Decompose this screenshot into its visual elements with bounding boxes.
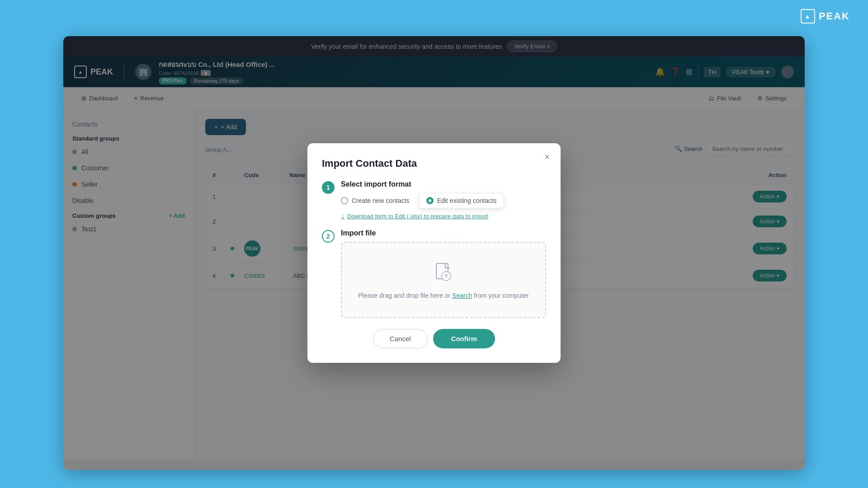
step1-row: 1 Select import format Create new contac… — [322, 180, 546, 220]
radio-edit-existing-tooltip[interactable]: Edit existing contacts — [419, 193, 505, 208]
file-drop-zone[interactable]: Please drag and drop file here or Search… — [341, 242, 546, 318]
peak-logo: ▲ PEAK — [801, 9, 850, 23]
step1-number: 1 — [322, 181, 335, 194]
confirm-button[interactable]: Confirm — [433, 329, 495, 348]
radio-create-new[interactable]: Create new contacts — [341, 197, 410, 204]
modal-close-button[interactable]: × — [541, 150, 553, 163]
step2-title: Import file — [341, 229, 546, 237]
step2-number: 2 — [322, 230, 335, 243]
app-container: Verify your email for enhanced security … — [63, 36, 805, 470]
top-bar: ▲ PEAK — [0, 0, 868, 33]
peak-logo-icon: ▲ — [801, 9, 815, 23]
step1-title: Select import format — [341, 180, 546, 188]
peak-logo-text: PEAK — [819, 10, 850, 22]
download-form-link[interactable]: ↓ Download form to Edit (.xlsx) to prepa… — [341, 212, 546, 220]
radio-circle-edit — [426, 197, 434, 204]
file-upload-icon — [351, 261, 536, 286]
modal-title: Import Contact Data — [322, 158, 546, 169]
import-contact-modal: × Import Contact Data 1 Select import fo… — [307, 143, 561, 363]
step1-content: Select import format Create new contacts… — [341, 180, 546, 220]
step2-row: 2 Import file Plea — [322, 229, 546, 318]
cancel-button[interactable]: Cancel — [373, 329, 428, 348]
step2-content: Import file Please drag and drop file — [341, 229, 546, 318]
modal-footer: Cancel Confirm — [322, 329, 546, 348]
radio-circle-create — [341, 197, 348, 204]
step1-options: Create new contacts Edit existing contac… — [341, 193, 546, 208]
download-icon: ↓ — [341, 212, 344, 220]
file-search-link[interactable]: Search — [452, 292, 472, 299]
drop-zone-text: Please drag and drop file here or Search… — [351, 292, 536, 299]
modal-overlay: × Import Contact Data 1 Select import fo… — [63, 36, 805, 470]
